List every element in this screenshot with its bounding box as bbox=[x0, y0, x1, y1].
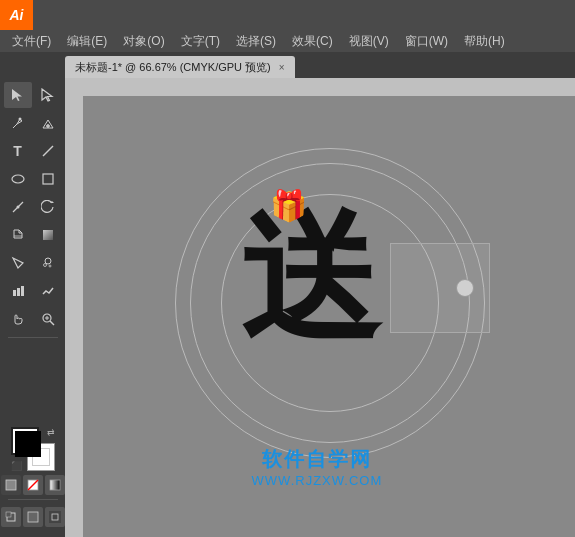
canvas[interactable]: 送 🎁 软件自学网 WWW.RJZXW.COM bbox=[95, 98, 565, 527]
color-area: ⇄ ⬛ bbox=[0, 427, 65, 533]
color-swatches[interactable]: ⇄ ⬛ bbox=[11, 427, 55, 471]
line-tool[interactable] bbox=[34, 138, 62, 164]
no-color-btn[interactable] bbox=[23, 475, 43, 495]
watermark-line2: WWW.RJZXW.COM bbox=[252, 473, 383, 488]
toolbar: T bbox=[0, 78, 65, 537]
menu-view[interactable]: 视图(V) bbox=[341, 30, 397, 52]
tab-close-button[interactable]: × bbox=[279, 62, 285, 73]
ruler-vertical bbox=[65, 78, 83, 537]
hand-tool[interactable] bbox=[4, 306, 32, 332]
rotate-tool[interactable] bbox=[34, 194, 62, 220]
tool-row-8 bbox=[0, 278, 65, 304]
screen-mode-fullscreen[interactable] bbox=[45, 507, 65, 527]
pen-tool[interactable] bbox=[4, 110, 32, 136]
tool-row-9 bbox=[0, 306, 65, 332]
line-graph-tool[interactable] bbox=[34, 278, 62, 304]
tool-row-3: T bbox=[0, 138, 65, 164]
gift-icon: 🎁 bbox=[270, 188, 307, 223]
svg-rect-28 bbox=[28, 512, 38, 522]
screen-mode-normal[interactable] bbox=[1, 507, 21, 527]
tab-bar: 未标题-1* @ 66.67% (CMYK/GPU 预览) × bbox=[0, 52, 575, 78]
fill-color bbox=[15, 431, 41, 457]
menu-effect[interactable]: 效果(C) bbox=[284, 30, 341, 52]
svg-marker-0 bbox=[12, 89, 22, 101]
gradient-tool[interactable] bbox=[34, 222, 62, 248]
canvas-area[interactable]: 送 🎁 软件自学网 WWW.RJZXW.COM bbox=[65, 78, 575, 537]
gradient-btn[interactable] bbox=[45, 475, 65, 495]
slice-tool[interactable] bbox=[4, 250, 32, 276]
svg-point-12 bbox=[45, 258, 51, 264]
menu-help[interactable]: 帮助(H) bbox=[456, 30, 513, 52]
tool-row-5 bbox=[0, 194, 65, 220]
type-tool[interactable]: T bbox=[4, 138, 32, 164]
document-tab[interactable]: 未标题-1* @ 66.67% (CMYK/GPU 预览) × bbox=[65, 56, 295, 78]
symbol-sprayer-tool[interactable] bbox=[34, 250, 62, 276]
add-anchor-tool[interactable] bbox=[34, 110, 62, 136]
svg-marker-11 bbox=[13, 258, 23, 268]
main-area: T bbox=[0, 78, 575, 537]
main-character: 送 bbox=[240, 208, 380, 348]
rectangle-tool[interactable] bbox=[34, 166, 62, 192]
tool-row-2 bbox=[0, 110, 65, 136]
pencil-tool[interactable] bbox=[4, 194, 32, 220]
artboard-container: 送 🎁 软件自学网 WWW.RJZXW.COM bbox=[160, 128, 500, 498]
toolbar-divider bbox=[8, 337, 58, 338]
menu-object[interactable]: 对象(O) bbox=[115, 30, 172, 52]
svg-rect-7 bbox=[43, 174, 53, 184]
svg-marker-1 bbox=[42, 89, 52, 101]
svg-rect-29 bbox=[49, 511, 61, 523]
paintbucket-tool[interactable] bbox=[4, 222, 32, 248]
svg-point-8 bbox=[16, 206, 19, 209]
color-divider-2 bbox=[8, 499, 58, 500]
menu-bar: 文件(F) 编辑(E) 对象(O) 文字(T) 选择(S) 效果(C) 视图(V… bbox=[0, 30, 575, 52]
svg-rect-10 bbox=[43, 230, 53, 240]
fill-swatch[interactable] bbox=[11, 427, 39, 455]
svg-rect-15 bbox=[13, 290, 16, 296]
selection-handle bbox=[456, 279, 474, 297]
svg-rect-25 bbox=[50, 480, 60, 490]
ai-logo: Ai bbox=[0, 0, 33, 30]
direct-selection-tool[interactable] bbox=[34, 82, 62, 108]
zoom-tool[interactable] bbox=[34, 306, 62, 332]
svg-point-13 bbox=[43, 264, 46, 267]
selection-tool[interactable] bbox=[4, 82, 32, 108]
menu-window[interactable]: 窗口(W) bbox=[397, 30, 456, 52]
title-controls bbox=[33, 0, 575, 30]
tool-row-6 bbox=[0, 222, 65, 248]
watermark: 软件自学网 WWW.RJZXW.COM bbox=[252, 446, 383, 488]
screen-mode-tools bbox=[1, 507, 65, 527]
svg-point-6 bbox=[12, 175, 24, 183]
svg-point-14 bbox=[49, 265, 51, 267]
svg-rect-27 bbox=[6, 512, 11, 517]
screen-mode-full[interactable] bbox=[23, 507, 43, 527]
svg-rect-17 bbox=[21, 286, 24, 296]
column-graph-tool[interactable] bbox=[4, 278, 32, 304]
tool-row-4 bbox=[0, 166, 65, 192]
svg-rect-22 bbox=[6, 480, 16, 490]
menu-file[interactable]: 文件(F) bbox=[4, 30, 59, 52]
menu-text[interactable]: 文字(T) bbox=[173, 30, 228, 52]
selection-box bbox=[390, 243, 490, 333]
swap-colors-icon[interactable]: ⇄ bbox=[47, 427, 55, 437]
default-colors-icon[interactable]: ⬛ bbox=[11, 461, 22, 471]
ellipse-tool[interactable] bbox=[4, 166, 32, 192]
tool-row-1 bbox=[0, 82, 65, 108]
tab-label: 未标题-1* @ 66.67% (CMYK/GPU 预览) bbox=[75, 60, 271, 75]
ruler-horizontal bbox=[65, 78, 575, 96]
svg-line-5 bbox=[43, 146, 53, 156]
menu-select[interactable]: 选择(S) bbox=[228, 30, 284, 52]
menu-edit[interactable]: 编辑(E) bbox=[59, 30, 115, 52]
tool-row-7 bbox=[0, 250, 65, 276]
watermark-line1: 软件自学网 bbox=[252, 446, 383, 473]
render-mode-tools bbox=[1, 475, 65, 495]
svg-point-2 bbox=[18, 118, 21, 121]
title-bar: Ai bbox=[0, 0, 575, 30]
normal-mode-btn[interactable] bbox=[1, 475, 21, 495]
svg-rect-16 bbox=[17, 288, 20, 296]
svg-line-19 bbox=[50, 321, 54, 325]
